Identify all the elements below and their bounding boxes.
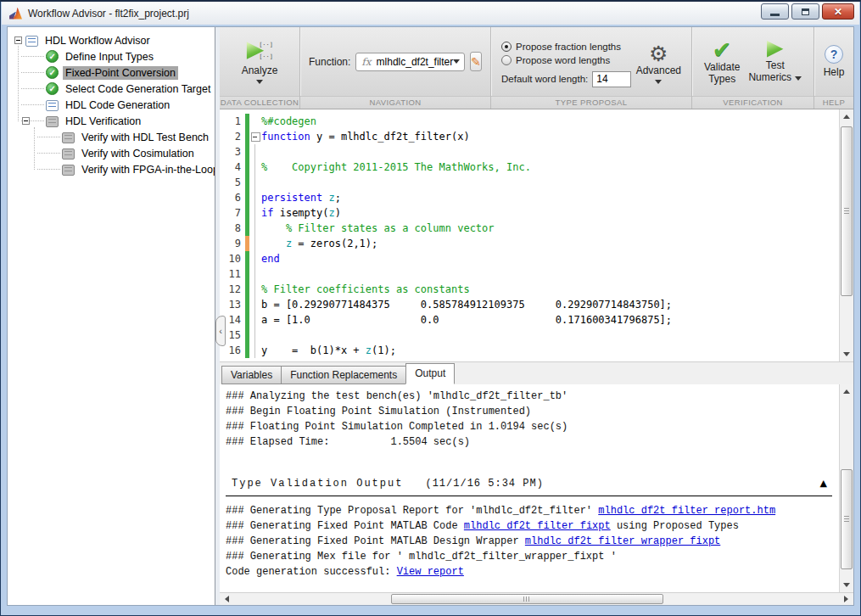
scroll-up-arrow-icon[interactable] [840,385,853,398]
editor-scrollbar-thumb[interactable] [841,126,853,296]
console-line: ### Generating Fixed Point MATLAB Design… [226,534,839,549]
minimize-button[interactable] [761,3,789,20]
workflow-advisor-window: Workflow Advisor - flt2fix_project.prj ✕… [0,0,861,616]
tree-connector [36,145,62,161]
console-vertical-scrollbar[interactable] [839,384,853,593]
word-length-input[interactable] [592,71,631,87]
test-numerics-button[interactable]: Test Numerics [748,40,802,83]
line-number: 7 [220,205,245,221]
console-line: ### Analyzing the test bench(es) 'mlhdlc… [226,389,839,404]
radio-unselected-icon [501,55,512,65]
function-label: Function: [309,56,350,68]
collapse-box-icon[interactable] [14,36,22,44]
close-button[interactable]: ✕ [822,3,854,20]
tree-item-verify-with-fpga-in-the-loop[interactable]: Verify with FPGA-in-the-Loop [8,161,215,177]
fold-margin [249,221,261,236]
tree-connector [20,113,46,129]
task-list-icon [62,148,75,160]
tab-function-replacements[interactable]: Function Replacements [281,366,405,384]
code-text: if isempty(z) [261,205,341,221]
code-text: persistent z; [261,190,341,205]
restore-button[interactable] [791,3,819,20]
advanced-button[interactable]: ⚙ Advanced [636,43,681,84]
tab-output[interactable]: Output [405,363,455,384]
collapse-box-icon[interactable] [22,117,30,125]
line-number: 11 [220,266,245,282]
section-help: ? Help HELP [814,27,853,109]
bottom-tab-bar: Variables Function Replacements Output [220,361,853,384]
scroll-down-arrow-icon[interactable] [840,348,853,361]
console-link-mlhdlc-df2t-filter-fixpt[interactable]: mlhdlc_df2t_filter_fixpt [464,520,611,532]
line-number: 12 [220,282,245,297]
tree-item-define-input-types[interactable]: Define Input Types [8,48,215,64]
tree-connector [20,48,46,64]
tree-item-hdl-workflow-advisor[interactable]: HDL Workflow Advisor [8,32,215,48]
scroll-right-arrow-icon[interactable] [840,593,853,605]
editor-vertical-scrollbar[interactable] [839,109,853,361]
tree-item-label: Verify with Cosimulation [79,147,197,160]
code-text [261,144,267,160]
header-divider [226,496,832,496]
console-link-mlhdlc-df2t-filter-wrapper-fixpt[interactable]: mlhdlc_df2t_filter_wrapper_fixpt [525,535,720,547]
fx-icon: fx [361,56,371,68]
line-number: 1 [220,114,245,129]
radio-selected-icon [501,42,512,52]
tree-connector [18,46,19,121]
fold-margin [249,236,261,251]
test-label-1: Test [766,59,785,71]
code-text: function y = mlhdlc_df2t_filter(x) [261,129,470,144]
restore-icon [802,8,809,15]
code-text [261,175,267,190]
analyze-button[interactable]: [··] [··] Analyze [242,40,278,84]
code-text: end [261,251,280,266]
console-scrollbar-thumb[interactable] [841,469,853,569]
tree-item-label: Fixed-Point Conversion [63,66,178,80]
horizontal-scrollbar-thumb[interactable] [391,594,663,604]
radio-word-label: Propose word lengths [516,55,610,65]
code-line-2: 2function y = mlhdlc_df2t_filter(x) [220,129,839,144]
edit-function-button[interactable]: ✎ [470,52,482,71]
radio-propose-fraction-lengths[interactable]: Propose fraction lengths [501,40,631,53]
function-dropdown[interactable]: fx mlhdlc_df2t_filter [355,53,465,71]
task-list-icon [62,132,75,143]
console-link-mlhdlc-df2t-filter-report-htm[interactable]: mlhdlc_df2t_filter_report.htm [598,505,775,517]
radio-propose-word-lengths[interactable]: Propose word lengths [501,53,631,67]
help-button[interactable]: ? Help [824,45,845,78]
code-text: %#codegen [261,114,316,129]
tree-item-hdl-verification[interactable]: HDL Verification [8,113,215,129]
code-editor[interactable]: 1%#codegen2function y = mlhdlc_df2t_filt… [220,109,853,361]
tree-item-label: Verify with FPGA-in-the-Loop [79,163,215,176]
code-line-4: 4% Copyright 2011-2015 The MathWorks, In… [220,160,839,175]
validate-types-button[interactable]: ✔ Validate Types [704,39,740,85]
scroll-left-arrow-icon[interactable] [221,593,233,605]
tree-item-fixed-point-conversion[interactable]: Fixed-Point Conversion [8,64,215,81]
section-label: HELP [814,96,853,109]
tab-variables[interactable]: Variables [221,366,281,384]
code-line-12: 12% Filter coefficients as constants [220,282,839,297]
tree-item-label: Select Code Generation Target [63,82,213,96]
title-bar: Workflow Advisor - flt2fix_project.prj ✕ [2,2,859,25]
console-horizontal-scrollbar[interactable] [220,592,853,605]
fold-margin [249,312,261,328]
console-link-view-report[interactable]: View report [397,566,464,578]
console-line: ### Floating Point Simulation Completed … [226,419,839,434]
function-value: mlhdlc_df2t_filter [377,56,454,68]
code-fold-icon[interactable] [249,129,261,144]
code-text: b = [0.29290771484375 0.585784912109375 … [261,297,672,312]
collapse-section-icon[interactable]: ▲ [820,476,827,491]
task-list-icon [46,116,59,127]
tree-item-verify-with-cosimulation[interactable]: Verify with Cosimulation [8,145,215,161]
scroll-up-arrow-icon[interactable] [840,110,853,123]
analyze-label: Analyze [242,64,278,76]
tree-item-label: HDL Verification [63,115,143,128]
line-number: 8 [220,221,245,236]
collapse-panel-handle[interactable]: ‹ [215,316,226,346]
tree-item-hdl-code-generation[interactable]: HDL Code Generation [8,97,215,113]
section-navigation: Function: fx mlhdlc_df2t_filter ✎ NAVIGA… [300,27,491,109]
tree-item-verify-with-hdl-test-bench[interactable]: Verify with HDL Test Bench [8,129,215,145]
code-line-16: 16y = b(1)*x + z(1); [220,343,839,358]
fold-margin [249,190,261,205]
scroll-down-arrow-icon[interactable] [840,579,853,591]
radio-fraction-label: Propose fraction lengths [516,42,621,52]
tree-item-select-code-generation-target[interactable]: Select Code Generation Target [8,81,215,97]
